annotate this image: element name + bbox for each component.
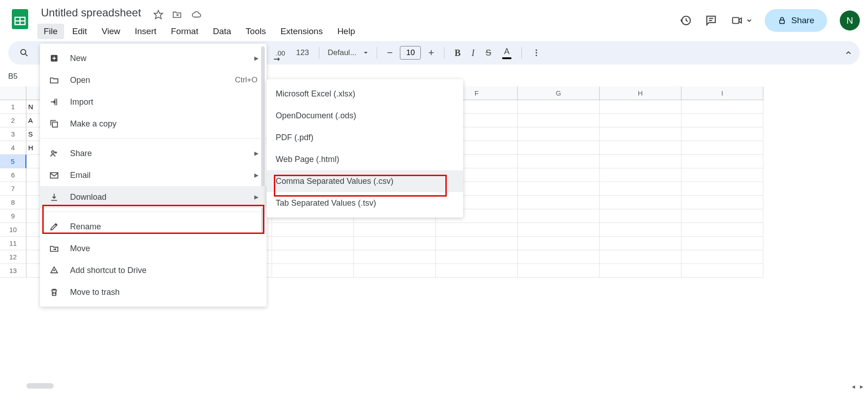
cell-H11[interactable] [600, 237, 681, 250]
format-number-button[interactable]: 123 [293, 46, 313, 60]
cell-H2[interactable] [600, 114, 681, 127]
cell-I10[interactable] [681, 223, 763, 237]
decrease-decimal-icon[interactable]: .00 [272, 46, 289, 60]
cell-I11[interactable] [681, 237, 763, 250]
cell-D12[interactable] [272, 250, 354, 264]
menu-tools[interactable]: Tools [239, 24, 272, 39]
account-avatar[interactable]: N [840, 10, 860, 30]
row-header-11[interactable]: 11 [0, 237, 26, 250]
scroll-right-icon[interactable]: ► [858, 383, 865, 390]
row-header-5[interactable]: 5 [0, 155, 26, 168]
cell-G1[interactable] [518, 100, 600, 114]
row-header-8[interactable]: 8 [0, 196, 26, 209]
cell-H5[interactable] [600, 155, 681, 168]
cell-G9[interactable] [518, 209, 600, 223]
download-tab-separated-values-tsv-[interactable]: Tab Separated Values (.tsv) [267, 192, 463, 214]
column-header-H[interactable]: H [600, 86, 681, 100]
move-folder-icon[interactable] [172, 10, 182, 20]
row-header-12[interactable]: 12 [0, 250, 26, 264]
menu-file[interactable]: File [37, 24, 64, 39]
file-menu-move[interactable]: Move [40, 238, 267, 259]
decrease-font-size-button[interactable]: − [384, 44, 397, 61]
cell-E12[interactable] [354, 250, 436, 264]
cell-H3[interactable] [600, 127, 681, 141]
cell-G10[interactable] [518, 223, 600, 237]
row-header-3[interactable]: 3 [0, 127, 26, 141]
file-menu-import[interactable]: Import [40, 91, 267, 113]
cell-I7[interactable] [681, 182, 763, 196]
menu-view[interactable]: View [95, 24, 126, 39]
row-header-9[interactable]: 9 [0, 209, 26, 223]
cell-G8[interactable] [518, 196, 600, 209]
menu-insert[interactable]: Insert [128, 24, 163, 39]
file-menu-download[interactable]: Download▶ [40, 186, 267, 208]
cell-H13[interactable] [600, 264, 681, 278]
cell-D11[interactable] [272, 237, 354, 250]
cell-H9[interactable] [600, 209, 681, 223]
column-header-G[interactable]: G [518, 86, 600, 100]
scroll-left-icon[interactable]: ◄ [850, 383, 857, 390]
file-menu-move-to-trash[interactable]: Move to trash [40, 281, 267, 303]
more-toolbar-icon[interactable] [528, 46, 545, 60]
sheets-logo-icon[interactable] [8, 7, 32, 31]
cell-E11[interactable] [354, 237, 436, 250]
download-microsoft-excel-xlsx-[interactable]: Microsoft Excel (.xlsx) [267, 83, 463, 105]
row-header-2[interactable]: 2 [0, 114, 26, 127]
comments-icon[interactable] [705, 14, 717, 27]
select-all-corner[interactable] [0, 86, 26, 100]
menu-extensions[interactable]: Extensions [274, 24, 329, 39]
cell-I1[interactable] [681, 100, 763, 114]
cell-G6[interactable] [518, 168, 600, 182]
cell-G11[interactable] [518, 237, 600, 250]
font-size-input[interactable] [400, 46, 421, 60]
cell-G13[interactable] [518, 264, 600, 278]
cell-G5[interactable] [518, 155, 600, 168]
cell-F11[interactable] [436, 237, 518, 250]
share-button[interactable]: Share [765, 9, 827, 32]
download-comma-separated-values-csv-[interactable]: Comma Separated Values (.csv) [267, 170, 463, 192]
row-header-1[interactable]: 1 [0, 100, 26, 114]
cell-G3[interactable] [518, 127, 600, 141]
cell-I8[interactable] [681, 196, 763, 209]
collapse-toolbar-icon[interactable] [844, 49, 853, 57]
horizontal-scrollbar[interactable] [26, 383, 854, 390]
file-menu-open[interactable]: OpenCtrl+O [40, 69, 267, 91]
cell-G4[interactable] [518, 141, 600, 155]
meet-icon[interactable] [730, 15, 752, 26]
menu-data[interactable]: Data [207, 24, 237, 39]
bold-button[interactable]: B [451, 45, 464, 61]
menu-edit[interactable]: Edit [66, 24, 94, 39]
menu-format[interactable]: Format [165, 24, 205, 39]
cell-F12[interactable] [436, 250, 518, 264]
cell-I9[interactable] [681, 209, 763, 223]
search-menus-icon[interactable] [15, 45, 33, 61]
cell-I3[interactable] [681, 127, 763, 141]
file-menu-rename[interactable]: Rename [40, 216, 267, 238]
file-menu-email[interactable]: Email▶ [40, 164, 267, 186]
cell-G7[interactable] [518, 182, 600, 196]
cell-H8[interactable] [600, 196, 681, 209]
file-menu-share[interactable]: Share▶ [40, 142, 267, 164]
cell-I12[interactable] [681, 250, 763, 264]
strikethrough-button[interactable]: S [482, 45, 495, 61]
cell-I13[interactable] [681, 264, 763, 278]
file-menu-make-a-copy[interactable]: Make a copy [40, 113, 267, 135]
history-icon[interactable] [679, 14, 692, 27]
file-menu-add-shortcut-to-drive[interactable]: Add shortcut to Drive [40, 259, 267, 281]
cell-H7[interactable] [600, 182, 681, 196]
cell-H6[interactable] [600, 168, 681, 182]
cell-D13[interactable] [272, 264, 354, 278]
cell-E10[interactable] [354, 223, 436, 237]
row-header-10[interactable]: 10 [0, 223, 26, 237]
cell-H4[interactable] [600, 141, 681, 155]
download-opendocument-ods-[interactable]: OpenDocument (.ods) [267, 105, 463, 127]
cell-H1[interactable] [600, 100, 681, 114]
cell-G2[interactable] [518, 114, 600, 127]
row-header-13[interactable]: 13 [0, 264, 26, 278]
column-header-I[interactable]: I [681, 86, 763, 100]
document-title[interactable]: Untitled spreadsheet [37, 5, 145, 21]
row-header-6[interactable]: 6 [0, 168, 26, 182]
cell-D10[interactable] [272, 223, 354, 237]
name-box[interactable]: B5 [8, 72, 35, 81]
cell-F10[interactable] [436, 223, 518, 237]
